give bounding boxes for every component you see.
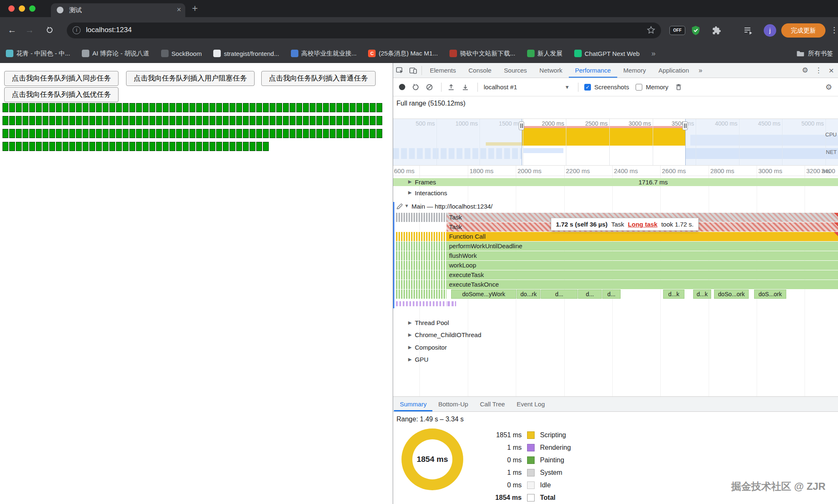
- media-playlist-icon[interactable]: [744, 27, 753, 37]
- track-interactions[interactable]: ▶ Interactions: [393, 188, 838, 198]
- flame-bar-performworkuntildeadline[interactable]: performWorkUntilDeadline: [447, 242, 838, 251]
- tab-network[interactable]: Network: [533, 63, 569, 78]
- bookmark-star-icon[interactable]: [647, 26, 655, 36]
- checkbox-checked-icon[interactable]: ✓: [584, 84, 591, 91]
- collect-garbage-icon[interactable]: [675, 83, 682, 91]
- all-bookmarks-folder[interactable]: 所有书签: [796, 50, 833, 58]
- track-main-header[interactable]: ▼ Main — http://localhost:1234/: [393, 202, 838, 211]
- load-profile-icon[interactable]: [447, 83, 455, 91]
- checkbox-unchecked-icon[interactable]: [636, 84, 642, 91]
- bookmark-item[interactable]: 花青 - 中国色 - 中...: [6, 50, 70, 58]
- flame-bar-dosomethingwork[interactable]: doS...ork: [754, 290, 786, 299]
- track-chrome-childiothread[interactable]: ▶Chrome_ChildIOThread: [393, 330, 838, 340]
- flame-bar-executetask[interactable]: executeTask: [447, 270, 838, 280]
- flame-bar-dosomethingwork[interactable]: d...: [541, 290, 578, 299]
- task-block: [263, 142, 269, 151]
- bookmark-item[interactable]: 高校毕业生就业接...: [291, 50, 357, 58]
- bookmark-item[interactable]: AI 博弈论 - 胡说八道: [82, 50, 149, 58]
- pencil-icon[interactable]: [396, 203, 403, 211]
- window-close-button[interactable]: [8, 5, 15, 12]
- record-button[interactable]: [399, 84, 405, 90]
- track-frames[interactable]: ▶ Frames 1716.7 ms: [393, 177, 838, 187]
- disclosure-triangle-expanded-icon[interactable]: ▼: [404, 203, 409, 208]
- disclosure-triangle-icon[interactable]: ▶: [408, 320, 411, 325]
- track-gpu[interactable]: ▶GPU: [393, 355, 838, 365]
- bookmark-item[interactable]: SockBoom: [161, 50, 202, 57]
- profile-avatar[interactable]: j: [764, 24, 776, 37]
- profile-select[interactable]: localhost #1 ▼: [484, 83, 570, 91]
- window-minimize-button[interactable]: [19, 5, 25, 12]
- insert-blocking-task-button[interactable]: 点击我向任务队列插入用户阻塞任务: [126, 71, 255, 86]
- disclosure-triangle-icon[interactable]: ▶: [408, 357, 411, 362]
- disclosure-triangle-icon[interactable]: ▶: [408, 179, 411, 184]
- extensions-puzzle-icon[interactable]: [712, 26, 721, 37]
- track-thread-pool[interactable]: ▶Thread Pool: [393, 318, 838, 328]
- more-tabs-chevron[interactable]: »: [695, 67, 706, 74]
- browser-tab[interactable]: 测试 ×: [51, 3, 185, 17]
- flame-bar-flushwork[interactable]: flushWork: [447, 251, 838, 260]
- device-toolbar-icon[interactable]: [406, 63, 420, 78]
- drawer-tab-call-tree[interactable]: Call Tree: [474, 397, 511, 411]
- shield-extension-icon[interactable]: [691, 25, 700, 37]
- disclosure-triangle-icon[interactable]: ▶: [408, 332, 411, 338]
- insert-sync-task-button[interactable]: 点击我向任务队列插入同步任务: [4, 71, 119, 86]
- window-maximize-button[interactable]: [29, 5, 35, 12]
- disclosure-triangle-icon[interactable]: ▶: [408, 345, 411, 350]
- tab-performance[interactable]: Performance: [569, 63, 617, 78]
- flame-bar-dosomethingwork[interactable]: doSome...yWork: [451, 290, 516, 299]
- reload-and-record-icon[interactable]: [412, 83, 419, 91]
- insert-low-task-button[interactable]: 点击我向任务队列插入低优任务: [4, 87, 119, 102]
- track-compositor[interactable]: ▶Compositor: [393, 343, 838, 353]
- browser-menu-kebab-icon[interactable]: ⋮: [830, 25, 838, 35]
- bookmark-item[interactable]: ChatGPT Next Web: [574, 50, 640, 57]
- tab-close-icon[interactable]: ×: [177, 5, 181, 14]
- flame-bar-dosomethingwork[interactable]: d...: [578, 290, 602, 299]
- devtools-close-icon[interactable]: ×: [829, 66, 834, 76]
- flame-bar-dosomethingwork[interactable]: do...rk: [517, 290, 540, 299]
- tab-memory[interactable]: Memory: [617, 63, 652, 78]
- flame-bar-dosomethingwork[interactable]: doSo...ork: [714, 290, 749, 299]
- drawer-tab-summary[interactable]: Summary: [394, 397, 432, 411]
- bookmark-item[interactable]: 新人发展: [527, 50, 563, 58]
- new-tab-button[interactable]: +: [192, 3, 198, 14]
- back-icon[interactable]: ←: [6, 24, 18, 36]
- flame-bar-function-call[interactable]: Function Call: [447, 232, 838, 241]
- flame-bar-dosomethingwork[interactable]: d...: [602, 290, 621, 299]
- flame-bar-dosomethingwork[interactable]: d...k: [663, 290, 684, 299]
- bookmark-item[interactable]: C(25条消息) Mac M1...: [368, 50, 438, 58]
- save-profile-icon[interactable]: [462, 83, 469, 91]
- bookmarks-overflow-chevron[interactable]: »: [651, 49, 656, 58]
- tab-application[interactable]: Application: [652, 63, 695, 78]
- site-info-icon[interactable]: i: [73, 26, 81, 34]
- clear-icon[interactable]: [426, 84, 433, 91]
- reload-icon[interactable]: [43, 24, 56, 36]
- tab-console[interactable]: Console: [462, 63, 498, 78]
- bookmark-item[interactable]: strategist/frontend...: [213, 50, 279, 57]
- bookmark-item[interactable]: 骑砍中文站新下载...: [449, 50, 515, 58]
- flame-bar-dosomethingwork[interactable]: d...k: [693, 290, 711, 299]
- memory-checkbox[interactable]: Memory: [636, 83, 668, 91]
- tab-elements[interactable]: Elements: [424, 63, 462, 78]
- devtools-settings-gear-icon[interactable]: ⚙: [802, 66, 808, 75]
- long-task-link[interactable]: Long task: [628, 221, 658, 228]
- inspect-element-icon[interactable]: [393, 63, 406, 78]
- devtools-menu-kebab-icon[interactable]: ⋮: [815, 66, 822, 75]
- drawer-tab-event-log[interactable]: Event Log: [511, 397, 551, 411]
- capture-settings-gear-icon[interactable]: ⚙: [825, 83, 832, 92]
- tab-sources[interactable]: Sources: [498, 63, 533, 78]
- flame-bar-workloop[interactable]: workLoop: [447, 261, 838, 270]
- timeline-overview[interactable]: CPU NET 500 ms1000 ms1500 ms2000 ms2500 …: [393, 118, 838, 166]
- screenshots-checkbox[interactable]: ✓ Screenshots: [584, 83, 629, 91]
- drawer-tab-bottom-up[interactable]: Bottom-Up: [432, 397, 474, 411]
- selection-handle-right[interactable]: [685, 119, 686, 166]
- disclosure-triangle-icon[interactable]: ▶: [408, 190, 411, 195]
- legend-value: 1 ms: [481, 468, 522, 478]
- url-bar[interactable]: i localhost:1234: [67, 23, 661, 38]
- update-chrome-button[interactable]: 完成更新: [781, 23, 825, 38]
- insert-normal-task-button[interactable]: 点击我向任务队列插入普通任务: [261, 71, 376, 86]
- off-extension-badge[interactable]: OFF: [669, 26, 685, 35]
- selection-handle-left[interactable]: [522, 119, 522, 166]
- flame-bar-executetaskonce[interactable]: executeTaskOnce: [447, 280, 838, 289]
- forward-icon[interactable]: →: [23, 24, 36, 36]
- task-block: [223, 103, 229, 112]
